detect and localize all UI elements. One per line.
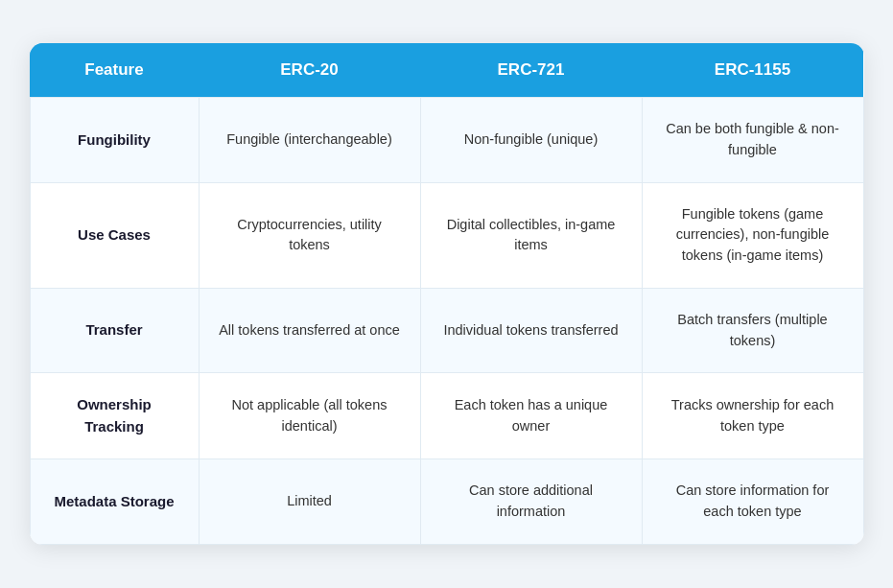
cell-erc721: Non-fungible (unique)	[420, 98, 642, 183]
header-feature: Feature	[30, 43, 199, 98]
comparison-table: Feature ERC-20 ERC-721 ERC-1155 Fungibil…	[30, 43, 864, 545]
comparison-table-wrapper: Feature ERC-20 ERC-721 ERC-1155 Fungibil…	[30, 43, 864, 545]
table-row: Metadata StorageLimitedCan store additio…	[30, 459, 863, 545]
table-row: FungibilityFungible (interchangeable)Non…	[30, 98, 863, 183]
cell-erc1155: Can store information for each token typ…	[642, 459, 863, 545]
header-erc721: ERC-721	[420, 43, 642, 98]
cell-erc20: Fungible (interchangeable)	[199, 98, 420, 183]
cell-erc1155: Batch transfers (multiple tokens)	[642, 288, 863, 373]
cell-erc20: All tokens transferred at once	[199, 288, 420, 373]
table-body: FungibilityFungible (interchangeable)Non…	[30, 98, 863, 545]
cell-feature: Transfer	[30, 288, 199, 373]
table-row: TransferAll tokens transferred at onceIn…	[30, 288, 863, 373]
cell-feature: Use Cases	[30, 182, 199, 288]
table-row: Use CasesCryptocurrencies, utility token…	[30, 182, 863, 288]
cell-erc20: Not applicable (all tokens identical)	[199, 373, 420, 459]
cell-feature: Metadata Storage	[30, 459, 199, 545]
header-erc20: ERC-20	[199, 43, 420, 98]
cell-erc1155: Tracks ownership for each token type	[642, 373, 863, 459]
cell-feature: Fungibility	[30, 98, 199, 183]
cell-feature: Ownership Tracking	[30, 373, 199, 459]
cell-erc721: Individual tokens transferred	[420, 288, 642, 373]
cell-erc721: Can store additional information	[420, 459, 642, 545]
cell-erc20: Limited	[199, 459, 420, 545]
cell-erc20: Cryptocurrencies, utility tokens	[199, 182, 420, 288]
header-erc1155: ERC-1155	[642, 43, 863, 98]
cell-erc721: Digital collectibles, in-game items	[420, 182, 642, 288]
cell-erc1155: Fungible tokens (game currencies), non-f…	[642, 182, 863, 288]
cell-erc1155: Can be both fungible & non-fungible	[642, 98, 863, 183]
cell-erc721: Each token has a unique owner	[420, 373, 642, 459]
table-row: Ownership TrackingNot applicable (all to…	[30, 373, 863, 459]
table-header-row: Feature ERC-20 ERC-721 ERC-1155	[30, 43, 863, 98]
